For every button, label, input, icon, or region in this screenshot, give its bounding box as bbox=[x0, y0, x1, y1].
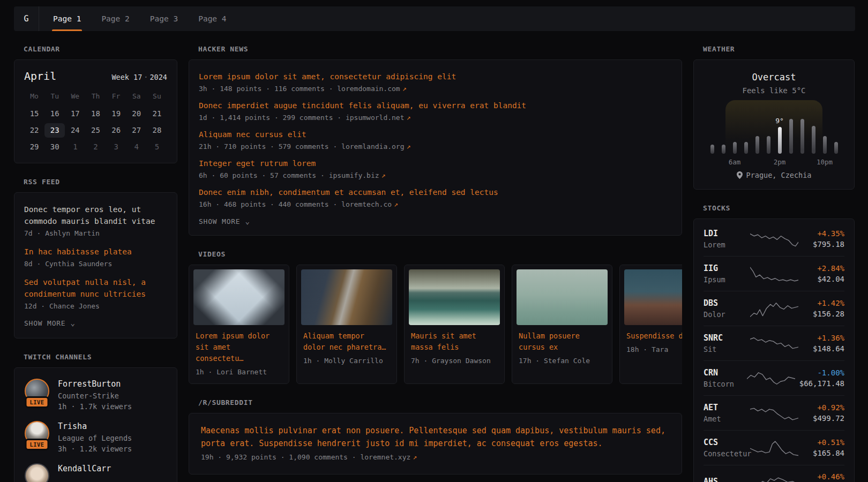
page-tab[interactable]: Page 2 bbox=[101, 6, 129, 31]
stock-change: +4.35% bbox=[803, 229, 845, 238]
source-link[interactable]: loremtech.co↗ bbox=[341, 200, 398, 208]
rss-item-title[interactable]: Sed volutpat nulla nisl, a condimentum n… bbox=[24, 276, 167, 300]
source-domain: loremdomain.com bbox=[337, 85, 400, 93]
twitch-channel-info: Trisha League of Legends 3h · 1.2k viewe… bbox=[58, 421, 132, 453]
stock-price: $499.72 bbox=[803, 414, 845, 423]
hackernews-item-title[interactable]: Donec enim nibh, condimentum et accumsan… bbox=[199, 186, 672, 198]
video-title: Mauris sit amet massa felis bbox=[411, 330, 498, 353]
stock-row[interactable]: AHS +0.46% bbox=[704, 465, 844, 482]
hackernews-item-stats: 1d · 1,414 points · 299 comments · bbox=[199, 114, 346, 122]
page-tab[interactable]: Page 4 bbox=[198, 6, 226, 31]
hackernews-item-stats: 21h · 710 points · 579 comments · bbox=[199, 142, 341, 150]
source-domain: ipsumworld.net bbox=[346, 114, 405, 122]
subreddit-section-title: /R/SUBREDDIT bbox=[198, 398, 682, 406]
hackernews-item-meta: 16h · 468 points · 440 comments · loremt… bbox=[199, 200, 672, 208]
stock-row[interactable]: CCS Consectetur +0.51% $165.84 bbox=[704, 430, 844, 465]
subreddit-widget: /R/SUBREDDIT Maecenas mollis pulvinar er… bbox=[189, 398, 682, 475]
page-tab[interactable]: Page 1 bbox=[53, 6, 81, 31]
source-link[interactable]: loremnet.xyz↗ bbox=[360, 453, 417, 461]
calendar-weekday-label: Sa bbox=[126, 92, 147, 104]
video-card[interactable]: Mauris sit amet massa felis 7h · Grayson… bbox=[404, 265, 505, 384]
twitch-channel-row[interactable]: LIVE Trisha League of Legends 3h · 1.2k … bbox=[24, 421, 167, 453]
calendar-weekday-label: We bbox=[65, 92, 85, 104]
dashboard-grid: CALENDAR April Week 17·2024 MoTuWeThFrSa… bbox=[0, 31, 868, 482]
subreddit-post-title[interactable]: Maecenas mollis pulvinar erat non posuer… bbox=[201, 424, 670, 450]
weather-time-label: 6am bbox=[729, 158, 741, 166]
stock-row[interactable]: AET Amet +0.92% $499.72 bbox=[704, 395, 844, 430]
source-link[interactable]: ipsumify.biz↗ bbox=[329, 171, 386, 179]
stock-row[interactable]: SNRC Sit +1.36% $148.64 bbox=[704, 326, 844, 360]
video-title: Lorem ipsum dolor sit amet consectetu… bbox=[196, 330, 282, 364]
weather-temp-bar bbox=[733, 142, 737, 154]
weather-hour-column bbox=[789, 108, 793, 154]
page-tab[interactable]: Page 3 bbox=[150, 6, 178, 31]
hackernews-item-title[interactable]: Integer eget rutrum lorem bbox=[199, 157, 672, 169]
stock-price: $42.04 bbox=[803, 275, 845, 284]
chevron-down-icon: ⌄ bbox=[245, 217, 250, 225]
rss-item-title[interactable]: Donec tempor eros leo, ut commodo mauris… bbox=[24, 204, 167, 227]
video-card[interactable]: Lorem ipsum dolor sit amet consectetu… 1… bbox=[189, 265, 289, 384]
weather-hour-column bbox=[766, 108, 770, 154]
calendar-day: 5 bbox=[147, 140, 167, 154]
stock-sparkline bbox=[750, 300, 798, 318]
stock-identity: AET Amet bbox=[704, 403, 746, 423]
video-meta: 18h · Tara bbox=[626, 345, 682, 353]
weather-temp-bar bbox=[722, 145, 725, 154]
stocks-widget: STOCKS LDI Lorem +4.35% $795.1 bbox=[693, 204, 855, 482]
stock-name: Sit bbox=[704, 345, 746, 353]
weather-time-label: 10pm bbox=[817, 158, 833, 166]
weather-card: Overcast Feels like 5°C bbox=[693, 59, 855, 190]
calendar-card: April Week 17·2024 MoTuWeThFrSaSu 15 16 … bbox=[14, 59, 177, 163]
live-badge: LIVE bbox=[25, 396, 49, 408]
calendar-day: 21 bbox=[147, 107, 167, 121]
weather-temp-bar bbox=[755, 136, 759, 154]
rss-item-title[interactable]: In hac habitasse platea bbox=[24, 246, 167, 258]
video-card[interactable]: Nullam posuere cursus ex 17h · Stefan Co… bbox=[512, 265, 612, 384]
stock-symbol: AHS bbox=[704, 477, 746, 482]
hackernews-item-meta: 1d · 1,414 points · 299 comments · ipsum… bbox=[199, 114, 672, 122]
video-thumbnail bbox=[301, 269, 392, 325]
weather-hour-column bbox=[721, 108, 725, 154]
weather-hour-column bbox=[744, 108, 748, 154]
weather-temp-bar bbox=[744, 142, 748, 154]
stock-row[interactable]: LDI Lorem +4.35% $795.18 bbox=[704, 222, 844, 256]
twitch-channel-row[interactable]: LIVE ForrestBurton Counter-Strike 1h · 1… bbox=[24, 379, 167, 411]
calendar-day: 4 bbox=[126, 140, 147, 154]
middle-column: HACKER NEWS Lorem ipsum dolor sit amet, … bbox=[189, 45, 682, 482]
hackernews-card: Lorem ipsum dolor sit amet, consectetur … bbox=[189, 59, 682, 236]
calendar-day: 16 bbox=[44, 107, 65, 121]
rss-item-meta: 12d · Chance Jones bbox=[24, 302, 167, 310]
external-link-icon: ↗ bbox=[405, 114, 411, 122]
hackernews-widget: HACKER NEWS Lorem ipsum dolor sit amet, … bbox=[189, 45, 682, 236]
stock-sparkline-path bbox=[750, 441, 798, 455]
stock-identity: AHS bbox=[704, 477, 746, 482]
calendar-day: 1 bbox=[65, 140, 85, 154]
stock-row[interactable]: CRN Bitcorn -1.00% $66,171.48 bbox=[704, 360, 844, 395]
video-card[interactable]: Suspendisse diam 18h · Tara bbox=[619, 265, 682, 384]
stocks-section-title: STOCKS bbox=[703, 204, 855, 212]
source-link[interactable]: loremdomain.com↗ bbox=[337, 85, 406, 93]
stock-name: Lorem bbox=[704, 240, 746, 249]
rss-show-more-button[interactable]: SHOW MORE ⌄ bbox=[24, 319, 76, 327]
page-tabs: Page 1 Page 2 Page 3 Page 4 bbox=[53, 6, 227, 31]
stock-row[interactable]: DBS Dolor +1.42% $156.28 bbox=[704, 291, 844, 326]
source-link[interactable]: ipsumworld.net↗ bbox=[346, 114, 410, 122]
hackernews-show-more-button[interactable]: SHOW MORE ⌄ bbox=[199, 217, 250, 225]
stock-name: Bitcorn bbox=[704, 380, 743, 388]
calendar-widget: CALENDAR April Week 17·2024 MoTuWeThFrSa… bbox=[14, 45, 177, 163]
source-link[interactable]: loremlandia.org↗ bbox=[341, 142, 410, 150]
hackernews-item-title[interactable]: Lorem ipsum dolor sit amet, consectetur … bbox=[199, 71, 672, 82]
calendar-weekday-label: Tu bbox=[44, 92, 65, 104]
hackernews-item-title[interactable]: Aliquam nec cursus elit bbox=[199, 129, 672, 140]
stock-sparkline-path bbox=[750, 303, 798, 317]
hackernews-item-title[interactable]: Donec imperdiet augue tincidunt felis al… bbox=[199, 100, 672, 111]
video-card[interactable]: Aliquam tempor dolor nec pharetra… 1h · … bbox=[296, 265, 397, 384]
video-title: Suspendisse diam bbox=[626, 330, 682, 342]
stock-row[interactable]: IIG Ipsum +2.84% $42.04 bbox=[704, 256, 844, 291]
location-pin-icon bbox=[737, 171, 743, 179]
calendar-day: 30 bbox=[44, 140, 65, 154]
show-more-label: SHOW MORE bbox=[24, 319, 65, 327]
twitch-channel-row[interactable]: LIVE KendallCarr bbox=[24, 463, 167, 482]
twitch-channel-game: Counter-Strike bbox=[58, 391, 132, 400]
stock-change: +1.36% bbox=[803, 334, 845, 342]
